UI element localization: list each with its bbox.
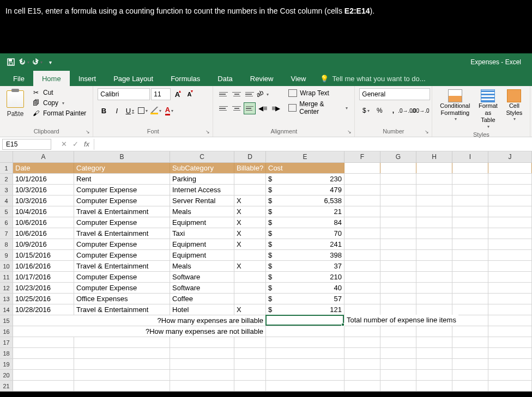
- cell-h11[interactable]: [416, 272, 452, 282]
- cell-i19[interactable]: [452, 359, 488, 369]
- orientation-button[interactable]: ab: [257, 88, 269, 100]
- cell-i17[interactable]: [452, 337, 488, 347]
- cell-d9[interactable]: [234, 250, 266, 260]
- col-header-c[interactable]: C: [170, 151, 234, 162]
- cell-g7[interactable]: [380, 228, 416, 239]
- cell-f8[interactable]: [344, 239, 380, 249]
- cell-i11[interactable]: [452, 272, 488, 282]
- number-launcher[interactable]: ↘: [423, 128, 431, 136]
- cell-f14[interactable]: [344, 304, 380, 315]
- row-header-11[interactable]: 11: [0, 272, 13, 282]
- cell-f10[interactable]: [344, 261, 380, 271]
- row-header-14[interactable]: 14: [0, 304, 13, 315]
- align-right-button[interactable]: [244, 102, 256, 114]
- accounting-format-button[interactable]: $: [359, 105, 372, 117]
- cell-a6[interactable]: 10/6/2016: [13, 217, 74, 228]
- cell-e1[interactable]: Cost: [266, 163, 344, 173]
- col-header-d[interactable]: D: [234, 151, 266, 162]
- cell-h19[interactable]: [416, 359, 452, 369]
- cell-f11[interactable]: [344, 272, 380, 282]
- underline-button[interactable]: U: [124, 105, 136, 117]
- cell-b13[interactable]: Office Expenses: [74, 294, 170, 304]
- cell-e4[interactable]: $6,538: [266, 196, 344, 206]
- cell-a7[interactable]: 10/6/2016: [13, 228, 74, 239]
- cell-e18[interactable]: [266, 348, 344, 358]
- cell-b3[interactable]: Computer Expense: [74, 185, 170, 195]
- cell-j14[interactable]: [488, 304, 532, 315]
- row-header-17[interactable]: 17: [0, 337, 13, 347]
- cell-c9[interactable]: Equipment: [170, 250, 234, 260]
- cell-i21[interactable]: [452, 381, 488, 391]
- cell-g1[interactable]: [380, 163, 416, 173]
- row-header-15[interactable]: 15: [0, 315, 13, 326]
- cell-b21[interactable]: [74, 381, 170, 391]
- cell-b7[interactable]: Travel & Entertainment: [74, 228, 170, 239]
- cell-h20[interactable]: [416, 370, 452, 380]
- percent-button[interactable]: %: [373, 105, 386, 117]
- cell-d7[interactable]: X: [234, 228, 266, 239]
- italic-button[interactable]: I: [111, 105, 123, 117]
- col-header-h[interactable]: H: [416, 151, 452, 162]
- insert-function-button[interactable]: fx: [84, 140, 89, 148]
- cell-e14[interactable]: $121: [266, 304, 344, 315]
- cell-i7[interactable]: [452, 228, 488, 239]
- row-header-8[interactable]: 8: [0, 239, 13, 249]
- cell-a3[interactable]: 10/3/2016: [13, 185, 74, 195]
- cell-h3[interactable]: [416, 185, 452, 195]
- cell-d2[interactable]: [234, 174, 266, 184]
- cell-h18[interactable]: [416, 348, 452, 358]
- font-color-button[interactable]: A: [163, 105, 175, 117]
- font-name-select[interactable]: [98, 88, 150, 100]
- cell-e3[interactable]: $479: [266, 185, 344, 195]
- qat-customize-icon[interactable]: ▾: [44, 56, 57, 69]
- cell-d3[interactable]: [234, 185, 266, 195]
- cell-i13[interactable]: [452, 294, 488, 304]
- merge-center-button[interactable]: Merge & Center: [286, 99, 350, 117]
- cell-g2[interactable]: [380, 174, 416, 184]
- cell-f12[interactable]: [344, 283, 380, 293]
- row-header-2[interactable]: 2: [0, 174, 13, 184]
- cell-b17[interactable]: [74, 337, 170, 347]
- wrap-text-button[interactable]: Wrap Text: [286, 88, 350, 98]
- cell-g17[interactable]: [380, 337, 416, 347]
- cell-b20[interactable]: [74, 370, 170, 380]
- cell-i1[interactable]: [452, 163, 488, 173]
- cell-j16[interactable]: [488, 326, 532, 337]
- cell-a5[interactable]: 10/4/2016: [13, 206, 74, 217]
- name-box[interactable]: [2, 139, 51, 150]
- cell-a15[interactable]: [13, 315, 74, 326]
- cell-h9[interactable]: [416, 250, 452, 260]
- cell-f3[interactable]: [344, 185, 380, 195]
- cell-a20[interactable]: [13, 370, 74, 380]
- cell-d14[interactable]: X: [234, 304, 266, 315]
- cell-h10[interactable]: [416, 261, 452, 271]
- cell-c13[interactable]: Coffee: [170, 294, 234, 304]
- cell-c8[interactable]: Equipment: [170, 239, 234, 249]
- align-left-button[interactable]: [217, 102, 229, 114]
- cell-e15[interactable]: [266, 315, 344, 326]
- cell-b2[interactable]: Rent: [74, 174, 170, 184]
- cell-g11[interactable]: [380, 272, 416, 282]
- cell-e5[interactable]: $21: [266, 206, 344, 217]
- cell-d1[interactable]: Billable?: [234, 163, 266, 173]
- redo-button[interactable]: [31, 56, 44, 69]
- cell-d19[interactable]: [234, 359, 266, 369]
- cell-g6[interactable]: [380, 217, 416, 228]
- cell-c19[interactable]: [170, 359, 234, 369]
- conditional-formatting-button[interactable]: Conditional Formatting: [437, 88, 473, 130]
- cell-a18[interactable]: [13, 348, 74, 358]
- cell-c14[interactable]: Hotel: [170, 304, 234, 315]
- undo-button[interactable]: [17, 56, 31, 69]
- cell-f18[interactable]: [344, 348, 380, 358]
- cell-g4[interactable]: [380, 196, 416, 206]
- cell-a12[interactable]: 10/23/2016: [13, 283, 74, 293]
- cell-d13[interactable]: [234, 294, 266, 304]
- cell-j17[interactable]: [488, 337, 532, 347]
- increase-indent-button[interactable]: ≡▶: [270, 102, 282, 114]
- cell-e13[interactable]: $57: [266, 294, 344, 304]
- row-header-3[interactable]: 3: [0, 185, 13, 195]
- cell-c12[interactable]: Software: [170, 283, 234, 293]
- cell-j9[interactable]: [488, 250, 532, 260]
- cell-c20[interactable]: [170, 370, 234, 380]
- cell-g10[interactable]: [380, 261, 416, 271]
